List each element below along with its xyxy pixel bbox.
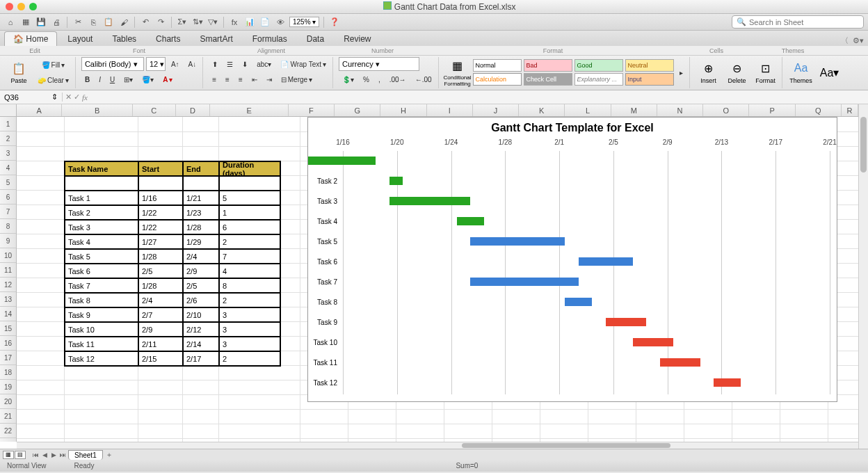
home-icon[interactable]: ⌂ xyxy=(4,16,17,29)
cancel-formula-icon[interactable]: ✕ xyxy=(65,93,72,102)
table-row[interactable]: Task 11/161/215 xyxy=(65,191,280,205)
row-header-15[interactable]: 15 xyxy=(0,321,16,336)
tab-data[interactable]: Data xyxy=(298,31,333,46)
gantt-bar[interactable] xyxy=(457,217,484,225)
row-header-19[interactable]: 19 xyxy=(0,380,16,394)
col-header-J[interactable]: J xyxy=(473,104,519,116)
italic-button[interactable]: I xyxy=(95,72,104,86)
page-layout-view-button[interactable]: ▤ xyxy=(15,451,26,459)
horizontal-scrollbar[interactable] xyxy=(17,442,858,449)
header-duration[interactable]: Duration (days) xyxy=(219,161,280,176)
minimize-window-button[interactable] xyxy=(17,3,25,10)
table-row[interactable]: Task 102/92/123 xyxy=(65,322,280,337)
table-row[interactable]: Task 51/282/47 xyxy=(65,249,280,264)
tab-tables[interactable]: Tables xyxy=(103,31,145,46)
copy-icon[interactable]: ⎘ xyxy=(87,16,99,29)
vertical-scrollbar[interactable] xyxy=(858,104,868,449)
row-header-13[interactable]: 13 xyxy=(0,292,16,307)
save-icon[interactable]: 💾 xyxy=(35,16,47,29)
tab-charts[interactable]: Charts xyxy=(147,31,189,46)
ribbon-options-icon[interactable]: ⚙▾ xyxy=(853,36,864,45)
filter-icon[interactable]: ▽▾ xyxy=(207,16,219,29)
orientation-button[interactable]: abc▾ xyxy=(253,57,275,71)
table-row[interactable]: Task 112/112/143 xyxy=(65,337,280,351)
sheet-tab[interactable]: Sheet1 xyxy=(68,450,103,460)
row-header-1[interactable]: 1 xyxy=(0,117,16,131)
close-window-button[interactable] xyxy=(6,3,13,10)
tab-review[interactable]: Review xyxy=(335,31,380,46)
number-format-selector[interactable]: Currency▾ xyxy=(339,57,419,71)
tab-layout[interactable]: Layout xyxy=(58,31,102,46)
print-icon[interactable]: 🖨 xyxy=(50,16,63,29)
align-top-button[interactable]: ⬆ xyxy=(209,57,221,71)
col-header-A[interactable]: A xyxy=(17,104,62,116)
gantt-bar[interactable] xyxy=(714,378,741,387)
row-header-18[interactable]: 18 xyxy=(0,365,16,380)
bold-button[interactable]: B xyxy=(81,72,93,86)
zoom-selector[interactable]: 125%▾ xyxy=(289,17,319,27)
row-header-3[interactable]: 3 xyxy=(0,146,16,161)
tab-smartart[interactable]: SmartArt xyxy=(191,31,241,46)
style-explanatory[interactable]: Explanatory ... xyxy=(574,73,623,86)
cells-area[interactable]: Task Name Start End Duration (days) Task… xyxy=(17,117,858,442)
row-header-12[interactable]: 12 xyxy=(0,278,16,292)
theme-fonts-button[interactable]: Aa▾ xyxy=(817,57,843,88)
table-row[interactable]: Task 41/271/292 xyxy=(65,234,280,249)
col-header-K[interactable]: K xyxy=(519,104,565,116)
gantt-bar[interactable] xyxy=(606,318,646,326)
help-icon[interactable]: ❓ xyxy=(328,16,341,29)
currency-button[interactable]: 💲▾ xyxy=(339,72,357,86)
name-box[interactable]: Q36⇕ xyxy=(0,93,63,102)
col-header-R[interactable]: R xyxy=(842,104,858,116)
undo-icon[interactable]: ↶ xyxy=(139,16,152,29)
layout-icon[interactable]: ▦ xyxy=(19,16,32,29)
row-header-14[interactable]: 14 xyxy=(0,307,16,321)
gantt-bar[interactable] xyxy=(389,177,403,185)
conditional-formatting-button[interactable]: ▦Conditional Formatting xyxy=(444,57,471,88)
fill-color-button[interactable]: 🪣▾ xyxy=(138,72,157,86)
add-sheet-button[interactable]: ＋ xyxy=(104,451,114,459)
row-header-21[interactable]: 21 xyxy=(0,409,16,424)
paste-icon[interactable]: 📋 xyxy=(102,16,115,29)
style-calculation[interactable]: Calculation xyxy=(473,73,522,86)
gantt-bar[interactable] xyxy=(470,278,579,286)
paste-button[interactable]: 📋Paste xyxy=(6,57,32,88)
wrap-text-button[interactable]: 📄 Wrap Text ▾ xyxy=(277,57,330,71)
format-cells-button[interactable]: ⊡Format xyxy=(753,57,779,88)
table-row[interactable]: Task 31/221/286 xyxy=(65,220,280,234)
row-header-22[interactable]: 22 xyxy=(0,424,16,438)
font-name-selector[interactable]: Calibri (Body)▾ xyxy=(81,57,144,71)
gantt-bar[interactable] xyxy=(633,338,673,346)
gantt-bar[interactable] xyxy=(579,257,633,266)
table-row[interactable]: Task 92/72/103 xyxy=(65,307,280,322)
row-header-20[interactable]: 20 xyxy=(0,394,16,409)
accept-formula-icon[interactable]: ✓ xyxy=(74,93,80,102)
last-sheet-button[interactable]: ⏭ xyxy=(58,451,67,459)
indent-left-button[interactable]: ⇤ xyxy=(248,72,261,86)
underline-button[interactable]: U xyxy=(106,72,118,86)
col-header-G[interactable]: G xyxy=(335,104,380,116)
align-left-button[interactable]: ≡ xyxy=(209,72,220,86)
col-header-M[interactable]: M xyxy=(611,104,657,116)
merge-button[interactable]: ⊟ Merge ▾ xyxy=(278,72,316,86)
delete-cells-button[interactable]: ⊖Delete xyxy=(724,57,750,88)
tab-home[interactable]: 🏠 Home xyxy=(4,31,57,46)
header-end[interactable]: End xyxy=(183,161,219,176)
gantt-bar[interactable] xyxy=(565,298,592,306)
col-header-P[interactable]: P xyxy=(749,104,795,116)
col-header-L[interactable]: L xyxy=(565,104,611,116)
comma-button[interactable]: , xyxy=(375,72,384,86)
row-header-17[interactable]: 17 xyxy=(0,351,16,365)
font-color-button[interactable]: A▾ xyxy=(159,72,176,86)
style-check-cell[interactable]: Check Cell xyxy=(524,73,572,86)
chart-icon[interactable]: 📊 xyxy=(243,16,256,29)
ribbon-collapse-icon[interactable]: 〈 xyxy=(841,35,849,46)
table-row[interactable]: Task 122/152/172 xyxy=(65,351,280,366)
tab-formulas[interactable]: Formulas xyxy=(243,31,296,46)
gantt-bar[interactable] xyxy=(389,197,471,205)
indent-right-button[interactable]: ⇥ xyxy=(263,72,275,86)
row-header-5[interactable]: 5 xyxy=(0,175,16,190)
increase-decimal-button[interactable]: .00→ xyxy=(386,72,410,86)
select-all-corner[interactable] xyxy=(0,104,17,117)
gantt-bar[interactable] xyxy=(308,157,376,165)
